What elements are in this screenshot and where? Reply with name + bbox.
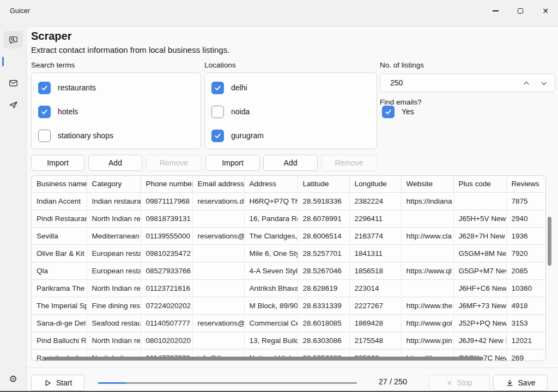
listings-count-input[interactable]: 250 bbox=[380, 74, 555, 92]
checkbox-stationary-shops[interactable] bbox=[38, 130, 51, 142]
column-header[interactable]: Address bbox=[244, 176, 298, 192]
stop-icon: ✕ bbox=[446, 379, 452, 387]
locations-add-button[interactable]: Add bbox=[263, 155, 318, 171]
table-cell: 01140507777 bbox=[141, 314, 192, 332]
sidebar-item-send[interactable] bbox=[3, 96, 23, 113]
start-button[interactable]: Start bbox=[31, 375, 84, 391]
table-cell: J6J9+42 New D bbox=[453, 332, 506, 349]
table-cell: 1869428 bbox=[349, 314, 401, 332]
column-header[interactable]: Category bbox=[87, 176, 141, 192]
sidebar-item-mail[interactable] bbox=[3, 74, 23, 91]
checkbox-restaurants[interactable] bbox=[38, 82, 51, 94]
maximize-button[interactable] bbox=[508, 0, 533, 22]
location-item[interactable]: delhi bbox=[205, 76, 377, 100]
search-term-item[interactable]: restaurants bbox=[32, 76, 201, 100]
checkbox-gurugram[interactable] bbox=[211, 130, 224, 142]
close-button[interactable]: ✕ bbox=[533, 0, 558, 22]
column-header[interactable]: Reviews bbox=[506, 176, 546, 192]
search-term-item[interactable]: stationary shops bbox=[32, 124, 201, 148]
location-label: delhi bbox=[231, 83, 247, 92]
listings-label: No. of listings bbox=[380, 61, 424, 69]
column-header[interactable]: Longitude bbox=[349, 176, 401, 192]
table-cell: 28.6078991 bbox=[298, 210, 349, 227]
decrement-button[interactable] bbox=[537, 77, 550, 90]
table-header-row: Business name Category Phone number Emai… bbox=[32, 176, 546, 192]
table-cell: Parikrama The bbox=[32, 279, 87, 297]
save-button[interactable]: Save bbox=[493, 375, 548, 391]
sidebar-item-scraper[interactable] bbox=[3, 31, 23, 48]
table-cell: 4-A Seven Style bbox=[244, 262, 298, 279]
locations-remove-button[interactable]: Remove bbox=[321, 155, 377, 171]
table-row[interactable]: SevillaMediterranean01139555000reservati… bbox=[32, 227, 546, 244]
checkbox-find-emails-yes[interactable] bbox=[382, 106, 395, 118]
table-cell: 28.5918336 bbox=[298, 192, 349, 210]
sidebar-item-settings[interactable]: ⚙ bbox=[3, 370, 23, 388]
button-label: Stop bbox=[457, 378, 472, 387]
table-cell: 01139555000 bbox=[141, 227, 192, 244]
column-header[interactable]: Plus code bbox=[453, 176, 506, 192]
table-row[interactable]: Olive Bar & KitEuropean resta09810235472… bbox=[32, 244, 546, 262]
minimize-button[interactable] bbox=[483, 0, 508, 22]
table-cell: J6MF+73 New bbox=[453, 297, 506, 314]
play-icon bbox=[44, 379, 52, 387]
table-cell: 223014 bbox=[349, 279, 401, 297]
column-header[interactable]: Email address bbox=[192, 176, 244, 192]
table-row[interactable]: Parikrama TheNorth Indian re01123721616A… bbox=[32, 279, 546, 297]
horizontal-scrollbar[interactable] bbox=[45, 357, 483, 360]
table-cell: 12021 bbox=[506, 332, 546, 349]
table-cell bbox=[453, 192, 506, 210]
table-cell: http://www.the bbox=[401, 297, 453, 314]
table-row[interactable]: Pindi RestaurarNorth Indian re0981873913… bbox=[32, 210, 546, 227]
column-header[interactable]: Latitude bbox=[298, 176, 349, 192]
mail-icon bbox=[8, 78, 19, 88]
vertical-scrollbar[interactable] bbox=[548, 217, 551, 266]
find-emails-option[interactable]: Yes bbox=[375, 100, 414, 124]
sidebar: ⚙ bbox=[0, 22, 26, 392]
table-cell: 13, Regal Build bbox=[244, 332, 298, 349]
search-terms-label: Search terms bbox=[31, 61, 75, 69]
search-term-item[interactable]: hotels bbox=[32, 100, 201, 124]
search-terms-remove-button[interactable]: Remove bbox=[146, 155, 202, 171]
table-cell: 269 bbox=[506, 349, 546, 361]
page-title: Scraper bbox=[31, 30, 72, 42]
table-row[interactable]: Pind Balluchi RNorth Indian re0801020202… bbox=[32, 332, 546, 349]
table-cell: Mediterranean bbox=[87, 227, 141, 244]
locations-import-button[interactable]: Import bbox=[205, 155, 260, 171]
table-cell: The Imperial Sp bbox=[32, 297, 87, 314]
table-cell: 2227267 bbox=[349, 297, 401, 314]
table-cell: https://www.ql bbox=[401, 262, 453, 279]
app-title: Guicer bbox=[10, 0, 30, 22]
table-cell bbox=[192, 262, 244, 279]
table-body: Indian AccentIndian restaura09871117968r… bbox=[32, 192, 546, 361]
location-item[interactable]: noida bbox=[205, 100, 377, 124]
check-icon bbox=[214, 84, 222, 92]
table-cell: Mile 6, One Sty bbox=[244, 244, 298, 262]
table-cell: 01123721616 bbox=[141, 279, 192, 297]
table-row[interactable]: Sana-di-ge DelSeafood restau01140507777r… bbox=[32, 314, 546, 332]
search-terms-import-button[interactable]: Import bbox=[31, 155, 84, 171]
button-label: Remove bbox=[335, 158, 363, 167]
table-cell: European resta bbox=[87, 262, 141, 279]
table-row[interactable]: Indian AccentIndian restaura09871117968r… bbox=[32, 192, 546, 210]
table-cell: 09810235472 bbox=[141, 244, 192, 262]
button-label: Remove bbox=[160, 158, 188, 167]
table-cell: 28.628619 bbox=[298, 279, 349, 297]
location-item[interactable]: gurugram bbox=[205, 124, 377, 148]
progress-fill bbox=[98, 382, 126, 384]
column-header[interactable]: Phone number bbox=[141, 176, 192, 192]
search-terms-add-button[interactable]: Add bbox=[88, 155, 142, 171]
table-cell: 7920 bbox=[506, 244, 546, 262]
column-header[interactable]: Website bbox=[401, 176, 453, 192]
checkbox-hotels[interactable] bbox=[38, 106, 51, 118]
increment-button[interactable] bbox=[520, 77, 533, 90]
table-row[interactable]: QlaEuropean resta085279337664-A Seven St… bbox=[32, 262, 546, 279]
locations-label: Locations bbox=[204, 61, 236, 69]
column-header[interactable]: Business name bbox=[32, 176, 87, 192]
table-cell: Pind Balluchi R bbox=[32, 332, 87, 349]
checkbox-noida[interactable] bbox=[211, 106, 224, 118]
table-row[interactable]: The Imperial SpFine dining res0722402020… bbox=[32, 297, 546, 314]
settings-gear-icon: ⚙ bbox=[9, 373, 17, 385]
stop-button[interactable]: ✕ Stop bbox=[429, 375, 490, 391]
checkbox-delhi[interactable] bbox=[211, 82, 224, 94]
check-icon bbox=[40, 108, 48, 116]
